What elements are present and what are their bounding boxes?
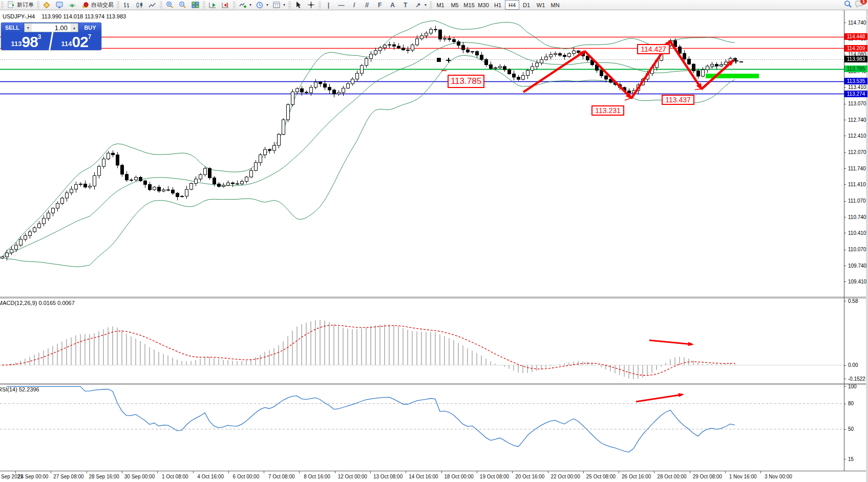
axis-tick-mark [844,201,846,202]
buy-button[interactable]: BUY [79,23,101,33]
shapes-button[interactable]: ↗▾ [412,0,429,10]
time-axis-tick [760,471,761,473]
chat-icon[interactable]: 1 [855,0,864,10]
search-icon[interactable] [844,0,852,10]
timeframe-button-w1[interactable]: W1 [534,0,548,10]
time-axis-tick [87,471,87,473]
text-button[interactable]: A [386,0,399,10]
rsi-indicator-label: RSI(14) 52.2396 [0,386,39,392]
macd-pane-canvas[interactable] [0,298,844,383]
volume-down-icon[interactable]: ▼ [25,24,32,32]
rsi-pane-canvas[interactable] [0,385,844,471]
price-level-badge: 113.535 [844,78,867,84]
sell-price[interactable]: 113 98 3 [1,33,51,50]
axis-tick-mark [844,233,846,233]
time-axis-label: 6 Oct 00:00 [233,474,260,479]
price-tick-label: 109.740 [848,263,866,269]
time-axis-tick [335,471,335,473]
trendline-button[interactable]: / [348,0,361,10]
toolbar-grip [233,2,236,9]
timeframe-button-m15[interactable]: M15 [462,0,476,10]
time-axis-label: 13 Oct 08:00 [373,474,403,479]
candlestick-chart-button[interactable] [133,0,146,10]
time-axis-tick [51,471,51,473]
price-tick-label: 112.740 [848,117,866,123]
buy-price[interactable]: 114 02 7 [51,33,101,50]
periods-button[interactable]: ▾ [253,0,270,10]
templates-button[interactable]: ▾ [270,0,287,10]
price-tick-label: 113.070 [848,101,866,106]
zoom-in-button[interactable] [163,0,176,10]
toolbar-grip [37,2,39,9]
volume-up-icon[interactable]: ▲ [71,24,78,32]
time-axis-label: 19 Oct 08:00 [480,474,509,479]
vertical-line-button[interactable]: | [322,0,335,10]
indicators-button[interactable]: ▾ [237,0,253,10]
deposit-button[interactable] [40,0,53,10]
annotation-price-label[interactable]: 113.437 [662,95,694,105]
time-axis-label: 8 Oct 16:00 [304,474,330,479]
time-axis-tick [512,471,513,473]
macd-indicator-label: MACD(12,26,9) 0.0165 0.0067 [0,300,75,306]
signals-button[interactable] [66,0,79,10]
buy-price-prefix: 114 [61,40,72,48]
toolbar-grip [117,2,119,9]
time-axis-tick [122,471,122,473]
toolbar-grip [160,2,162,9]
label-button[interactable]: T [399,0,412,10]
crosshair-button[interactable] [305,0,317,10]
volume-input[interactable]: 1.00 [32,24,71,32]
new-order-button[interactable]: 新订单 [5,0,36,10]
horizontal-line-button[interactable]: — [335,0,348,10]
autotrading-button[interactable]: 自动交易 [79,0,116,10]
sell-button[interactable]: SELL [1,23,24,33]
timeframe-button-m1[interactable]: M1 [433,0,448,10]
chevron-down-icon[interactable]: ▾ [283,3,285,7]
chevron-down-icon[interactable]: ▾ [249,3,251,7]
main-chart-canvas[interactable] [0,10,844,297]
chevron-down-icon[interactable]: ▾ [266,3,268,7]
timeframe-button-h4[interactable]: H4 [505,0,519,10]
fibonacci-button[interactable]: F [373,0,386,10]
timeframe-button-h1[interactable]: H1 [491,0,505,10]
signal-icon [68,1,77,9]
annotation-price-label[interactable]: 114.427 [637,44,670,54]
time-axis-label: 18 Oct 00:00 [444,474,474,479]
axis-tick-mark [844,136,846,136]
chevron-down-icon[interactable]: ▾ [425,3,427,7]
time-axis-label: 22 Oct 00:00 [551,474,580,479]
zoom-out-button[interactable] [176,0,189,10]
axis-tick-mark [844,250,846,250]
line-chart-button[interactable] [146,0,159,10]
community-button[interactable] [53,0,66,10]
tile-windows-button[interactable] [189,0,202,10]
annotation-price-label[interactable]: 113.231 [591,105,624,116]
annotation-price-label[interactable]: 113.785 [448,75,484,88]
time-axis-label: 1 Oct 08:00 [162,474,188,479]
axis-tick-mark [844,379,846,379]
cursor-button[interactable] [292,0,305,10]
zoom-in-icon [165,1,174,9]
timeframe-button-mn[interactable]: MN [548,0,562,10]
rsi-tick-label: 15 [848,456,854,462]
axis-tick-mark [844,459,846,459]
auto-scroll-button[interactable] [206,0,219,10]
timeframe-button-m30[interactable]: M30 [476,0,491,10]
rsi-tick-label: 80 [848,401,854,406]
timeframe-button-d1[interactable]: D1 [519,0,534,10]
channel-button[interactable]: // [361,0,373,10]
notification-badge: 1 [860,0,867,5]
shapes-icon: ↗ [414,1,422,9]
price-tick-label: 110.740 [848,214,866,220]
time-axis-tick [619,471,619,473]
vertical-line-icon: | [324,1,333,9]
bar-chart-button[interactable] [120,0,133,10]
one-click-trade-panel: SELL ▼ 1.00 ▲ BUY 113 98 3 114 02 7 [1,23,101,50]
bid-price-badge: 113.983 [844,56,867,62]
time-axis-tick [228,471,229,473]
volume-stepper[interactable]: ▼ 1.00 ▲ [24,23,78,32]
timeframe-button-m5[interactable]: M5 [448,0,462,10]
price-tick-label: 110.070 [848,247,866,252]
crosshair-icon [307,1,315,9]
chart-shift-button[interactable] [219,0,232,10]
